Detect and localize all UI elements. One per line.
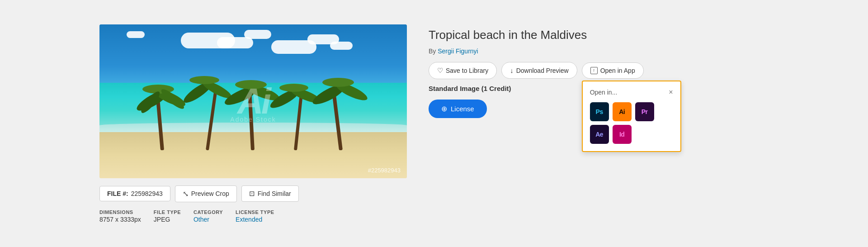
preview-crop-button[interactable]: ⤡ Preview Crop bbox=[175, 185, 237, 202]
category-value[interactable]: Other bbox=[193, 216, 223, 223]
open-in-app-button[interactable]: ↑ Open in App bbox=[582, 62, 644, 79]
author-link[interactable]: Sergii Figurnyi bbox=[438, 48, 478, 55]
app-icon-indesign[interactable]: Id bbox=[613, 125, 632, 144]
cart-icon: ⊕ bbox=[441, 104, 447, 113]
file-label: FILE #: bbox=[107, 190, 128, 197]
dimensions-label: DIMENSIONS bbox=[99, 209, 141, 215]
crop-icon: ⤡ bbox=[183, 190, 189, 198]
metadata-row: DIMENSIONS 8757 x 3333px FILE TYPE JPEG … bbox=[99, 209, 407, 223]
license-type-value[interactable]: Extended bbox=[236, 216, 274, 223]
share-icon: ↑ bbox=[590, 67, 598, 74]
image-toolbar: FILE #: 225982943 ⤡ Preview Crop ⊡ Find … bbox=[99, 185, 407, 202]
app-icon-illustrator[interactable]: Ai bbox=[613, 102, 632, 121]
file-type-label: FILE TYPE bbox=[154, 209, 181, 215]
open-in-app-container: ↑ Open in App Open in... × Ps Ai Pr Ae I… bbox=[582, 62, 644, 79]
save-to-library-label: Save to Library bbox=[446, 67, 488, 74]
image-file-number: #225982943 bbox=[368, 167, 401, 174]
download-preview-button[interactable]: ↓ Download Preview bbox=[501, 62, 577, 79]
dropdown-header: Open in... × bbox=[590, 89, 673, 96]
app-icon-photoshop[interactable]: Ps bbox=[590, 102, 609, 121]
asset-image[interactable]: Ai Adobe Stock #225982943 bbox=[99, 24, 407, 178]
preview-crop-label: Preview Crop bbox=[191, 190, 229, 197]
open-in-app-label: Open in App bbox=[600, 67, 635, 74]
heart-icon: ♡ bbox=[437, 66, 443, 75]
license-type-group: LICENSE TYPE Extended bbox=[236, 209, 274, 223]
watermark-subtext: Adobe Stock bbox=[230, 116, 276, 123]
dimensions-value: 8757 x 3333px bbox=[99, 216, 141, 223]
credits-text: (1 Credit) bbox=[481, 85, 511, 92]
category-label: CATEGORY bbox=[193, 209, 223, 215]
license-type-label: LICENSE TYPE bbox=[236, 209, 274, 215]
close-dropdown-button[interactable]: × bbox=[669, 89, 673, 96]
download-preview-label: Download Preview bbox=[516, 67, 569, 74]
dimensions-group: DIMENSIONS 8757 x 3333px bbox=[99, 209, 141, 223]
open-in-dropdown: Open in... × Ps Ai Pr Ae Id bbox=[582, 81, 681, 152]
file-number-display: FILE #: 225982943 bbox=[99, 186, 170, 201]
category-group: CATEGORY Other bbox=[193, 209, 223, 223]
file-type-group: FILE TYPE JPEG bbox=[154, 209, 181, 223]
main-container: Ai Adobe Stock #225982943 FILE #: 225982… bbox=[72, 6, 796, 241]
asset-author: By Sergii Figurnyi bbox=[429, 48, 769, 55]
find-similar-label: Find Similar bbox=[258, 190, 291, 197]
app-icon-after-effects[interactable]: Ae bbox=[590, 125, 609, 144]
camera-icon: ⊡ bbox=[249, 190, 255, 198]
image-section: Ai Adobe Stock #225982943 FILE #: 225982… bbox=[99, 24, 407, 223]
standard-image-label: Standard Image bbox=[429, 85, 480, 92]
details-section: Tropical beach in the Maldives By Sergii… bbox=[429, 24, 769, 118]
asset-title: Tropical beach in the Maldives bbox=[429, 28, 769, 42]
open-in-label: Open in... bbox=[590, 89, 618, 96]
action-buttons: ♡ Save to Library ↓ Download Preview ↑ O… bbox=[429, 62, 769, 79]
license-button[interactable]: ⊕ License bbox=[429, 100, 487, 118]
file-number-value: 225982943 bbox=[131, 190, 163, 197]
app-icons-grid: Ps Ai Pr Ae Id bbox=[590, 102, 673, 144]
license-label: License bbox=[451, 105, 474, 113]
download-icon: ↓ bbox=[510, 66, 514, 74]
file-type-value: JPEG bbox=[154, 216, 181, 223]
app-icon-premiere[interactable]: Pr bbox=[635, 102, 654, 121]
author-prefix: By bbox=[429, 48, 436, 55]
find-similar-button[interactable]: ⊡ Find Similar bbox=[241, 185, 299, 202]
save-to-library-button[interactable]: ♡ Save to Library bbox=[429, 62, 497, 79]
